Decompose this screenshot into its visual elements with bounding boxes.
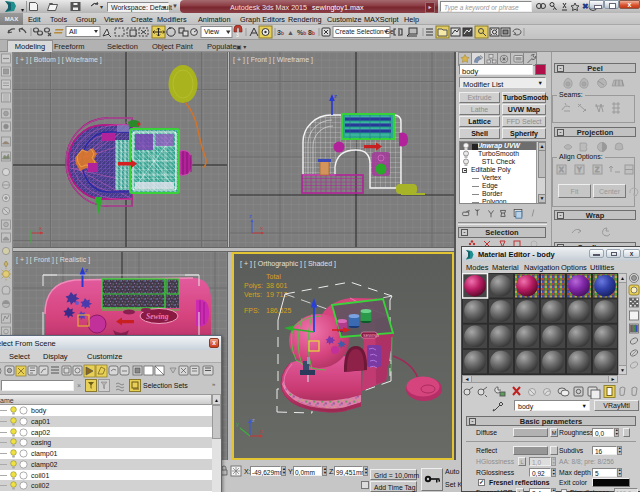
svg-text:FPS:: FPS:: [244, 307, 260, 314]
svg-text:View: View: [204, 28, 220, 35]
svg-text:x: x: [260, 428, 263, 434]
svg-text:x: x: [260, 225, 263, 231]
svg-text:[ + ] [ Orthographic ] [ Shade: [ + ] [ Orthographic ] [ Shaded ]: [240, 260, 336, 268]
svg-text:z: z: [334, 93, 337, 99]
svg-text:SEWING: SEWING: [363, 333, 379, 338]
svg-text:[ + ] [ Front ] [ Realistic ]: [ + ] [ Front ] [ Realistic ]: [16, 256, 90, 264]
svg-text:Verts:: Verts:: [244, 291, 262, 298]
svg-text:X: X: [559, 166, 564, 173]
svg-text:y: y: [236, 421, 239, 427]
svg-text:Y: Y: [577, 166, 582, 173]
svg-text:[ + ] [ Front ] [ Wireframe ]: [ + ] [ Front ] [ Wireframe ]: [233, 56, 313, 64]
svg-text:3: 3: [236, 32, 239, 38]
svg-text:z: z: [85, 267, 88, 273]
svg-text:✖: ✖: [582, 2, 589, 11]
svg-text:▲: ▲: [287, 29, 294, 36]
svg-text:Sewing: Sewing: [146, 312, 169, 321]
svg-text:[ + ] [ Bottom ] [ Wireframe ]: [ + ] [ Bottom ] [ Wireframe ]: [16, 56, 102, 64]
svg-text:z: z: [249, 213, 252, 219]
svg-text:x: x: [39, 225, 42, 231]
svg-text:Polys:: Polys:: [244, 282, 263, 290]
svg-text:3b: 3b: [277, 29, 284, 36]
svg-text:186,525: 186,525: [266, 307, 291, 314]
svg-text:38 601: 38 601: [266, 282, 288, 289]
svg-text:Z: Z: [595, 166, 600, 173]
svg-text:%b: %b: [297, 29, 306, 36]
svg-text:All: All: [69, 28, 77, 35]
svg-text:▾: ▾: [100, 4, 103, 10]
svg-text:z: z: [252, 417, 255, 423]
svg-text:8b: 8b: [308, 29, 315, 36]
svg-text:Total: Total: [266, 273, 281, 280]
